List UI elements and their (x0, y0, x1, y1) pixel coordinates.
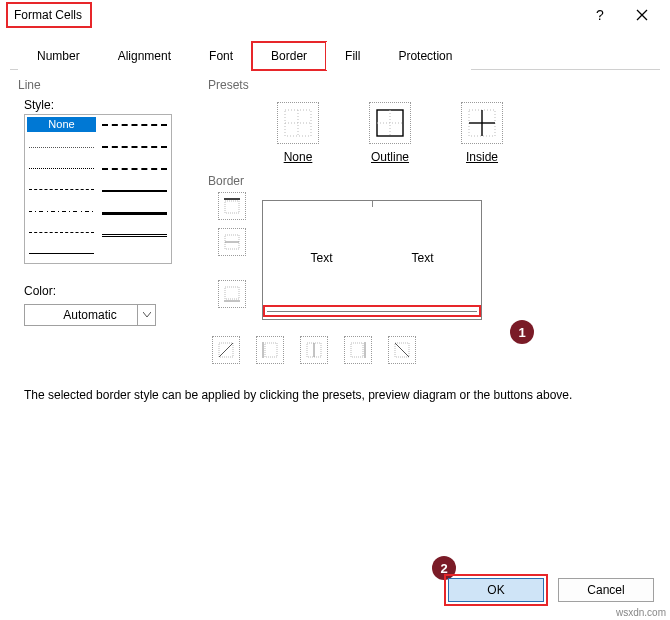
preview-text-left: Text (310, 251, 332, 265)
cancel-button[interactable]: Cancel (558, 578, 654, 602)
border-header: Border (206, 172, 654, 190)
color-label: Color: (24, 280, 186, 300)
style-dash-small[interactable] (29, 184, 94, 195)
border-bottom-button[interactable] (218, 280, 246, 308)
border-preview[interactable]: Text Text (262, 200, 482, 320)
dialog-title: Format Cells (14, 8, 82, 22)
right-area: Presets None Outline (206, 76, 654, 366)
style-med-dash[interactable] (102, 163, 167, 175)
style-none[interactable]: None (27, 117, 96, 132)
border-area: Border (206, 172, 654, 366)
preview-bottom-highlight (263, 305, 481, 317)
color-dropdown[interactable]: Automatic (24, 304, 156, 326)
close-button[interactable] (630, 3, 654, 27)
watermark: wsxdn.com (616, 607, 666, 618)
ok-button[interactable]: OK (448, 578, 544, 602)
color-value: Automatic (63, 308, 116, 322)
tabbar: Number Alignment Font Border Fill Protec… (0, 30, 670, 70)
svg-rect-10 (225, 201, 239, 213)
style-thick[interactable] (102, 207, 167, 219)
help-button[interactable]: ? (588, 3, 612, 27)
tab-border[interactable]: Border (252, 42, 326, 70)
border-left-button[interactable] (256, 336, 284, 364)
preset-none-icon (277, 102, 319, 144)
line-header: Line (16, 76, 186, 94)
presets-header: Presets (206, 76, 654, 94)
preview-text-right: Text (411, 251, 433, 265)
svg-rect-13 (225, 287, 239, 299)
callout-2: 2 (432, 556, 456, 580)
preset-outline-label: Outline (371, 150, 409, 164)
preset-inside[interactable]: Inside (452, 102, 512, 164)
tab-protection[interactable]: Protection (379, 42, 471, 70)
format-cells-dialog: Format Cells ? Number Alignment Font Bor… (0, 0, 670, 620)
help-text: The selected border style can be applied… (16, 366, 654, 402)
action-bar: OK Cancel (448, 578, 654, 602)
svg-rect-21 (351, 343, 363, 357)
svg-line-16 (219, 343, 233, 357)
style-medium[interactable] (102, 185, 167, 197)
preset-none-label: None (284, 150, 313, 164)
style-dotted[interactable] (29, 163, 94, 174)
titlebar: Format Cells ? (0, 0, 670, 30)
svg-line-24 (395, 343, 409, 357)
border-v-middle-button[interactable] (300, 336, 328, 364)
border-h-middle-button[interactable] (218, 228, 246, 256)
tab-font[interactable]: Font (190, 42, 252, 70)
title-highlight: Format Cells (6, 2, 92, 28)
border-top-button[interactable] (218, 192, 246, 220)
style-thin[interactable] (29, 248, 94, 259)
callout-1: 1 (510, 320, 534, 344)
preset-inside-label: Inside (466, 150, 498, 164)
style-dash-dot-dot[interactable] (29, 227, 94, 238)
preset-outline[interactable]: Outline (360, 102, 420, 164)
style-med-dash-dot-dot[interactable] (102, 119, 167, 131)
presets-row: None Outline Inside (206, 94, 654, 164)
style-double[interactable] (102, 229, 167, 241)
tab-alignment[interactable]: Alignment (99, 42, 190, 70)
border-diag-down-button[interactable] (388, 336, 416, 364)
preset-none[interactable]: None (268, 102, 328, 164)
style-label: Style: (16, 94, 186, 114)
style-dash-dot[interactable] (29, 205, 94, 216)
style-slant-dash-dot[interactable] (102, 141, 167, 153)
close-icon (636, 9, 648, 21)
svg-rect-17 (265, 343, 277, 357)
preset-inside-icon (461, 102, 503, 144)
style-hairline[interactable] (29, 142, 94, 153)
tab-content-border: Line Style: None (10, 69, 660, 418)
chevron-down-icon (137, 305, 155, 325)
line-section: Line Style: None (16, 76, 186, 366)
preset-outline-icon (369, 102, 411, 144)
tab-number[interactable]: Number (18, 42, 99, 70)
border-diag-up-button[interactable] (212, 336, 240, 364)
border-right-button[interactable] (344, 336, 372, 364)
tab-fill[interactable]: Fill (326, 42, 379, 70)
style-list[interactable]: None (24, 114, 172, 264)
